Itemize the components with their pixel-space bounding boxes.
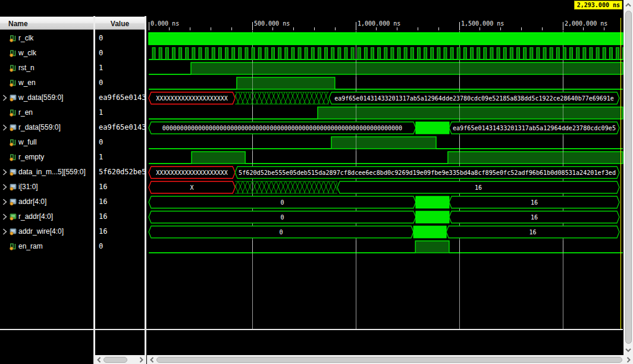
bottom-separator bbox=[0, 329, 623, 330]
wave-row-r_addr40[interactable]: 016 bbox=[149, 211, 619, 223]
chevron-left-icon bbox=[150, 357, 154, 363]
wave-row-addr40[interactable]: 016 bbox=[149, 196, 619, 208]
ruler-tick-label: 500.000 ns bbox=[254, 20, 290, 27]
ruler-tick-label: 0.000 ns bbox=[151, 20, 179, 27]
wave-row-rst_n[interactable] bbox=[149, 62, 623, 75]
cursor-time-label: 2,293.000 ns bbox=[577, 2, 620, 8]
ruler-tick-label: 2,000.000 ns bbox=[565, 20, 607, 27]
wave-row-w_data5590[interactable]: XXXXXXXXXXXXXXXXXXXXea9f65e0143143320131… bbox=[149, 92, 619, 104]
chevron-right-icon bbox=[139, 357, 143, 363]
value-horizontal-scrollbar[interactable] bbox=[95, 355, 145, 364]
vertical-scrollbar[interactable] bbox=[623, 0, 633, 355]
wave-scroll-right-button[interactable] bbox=[623, 355, 633, 364]
wave-row-i310[interactable]: X16 bbox=[149, 181, 619, 193]
wave-row-r_empty[interactable] bbox=[149, 151, 623, 164]
bus-value-label: 16 bbox=[529, 229, 537, 236]
bus-value-label: 0 bbox=[280, 199, 284, 206]
bus-value-label: ea9f65e01431433201317ab5a12964dde23780cd… bbox=[334, 95, 614, 102]
bus-value-label: 0000000000000000000000000000000000000000… bbox=[162, 125, 402, 131]
wave-row-en_ram[interactable] bbox=[149, 240, 623, 253]
wave-row-w_en[interactable] bbox=[149, 77, 623, 90]
bus-value-label: 5f620d52be555e05deb515da2897cf8dcee6ec8b… bbox=[239, 170, 616, 176]
bus-value-label: XXXXXXXXXXXXXXXXXXXX bbox=[156, 95, 227, 102]
wave-scroll-left-button[interactable] bbox=[147, 355, 156, 364]
chevron-down-icon bbox=[625, 348, 631, 352]
chevron-left-icon bbox=[97, 357, 101, 363]
ruler-tick-label: 1,500.000 ns bbox=[461, 20, 504, 27]
isim-wave-window: { "window": { "cursor_time_label": "2,29… bbox=[0, 0, 633, 364]
bus-value-label: X bbox=[190, 184, 194, 191]
cursor-time-readout: 2,293.000 ns bbox=[574, 1, 622, 10]
chevron-right-icon bbox=[626, 357, 631, 363]
value-scroll-right-button[interactable] bbox=[136, 355, 146, 364]
scroll-down-button[interactable] bbox=[623, 346, 633, 354]
ruler-tick-label: 1,000.000 ns bbox=[358, 20, 400, 27]
bus-value-label: 16 bbox=[531, 199, 538, 206]
wave-row-r_data5590[interactable]: 0000000000000000000000000000000000000000… bbox=[149, 122, 619, 134]
wave-row-r_clk[interactable] bbox=[149, 33, 623, 45]
bus-value-label: XXXXXXXXXXXXXXXXXXXX bbox=[156, 170, 227, 176]
bus-value-label: ea9f65e01431433201317ab5a12964dde23780cd… bbox=[453, 125, 616, 131]
waveform-canvas[interactable]: 0.000 ns500.000 ns1,000.000 ns1,500.000 … bbox=[0, 0, 633, 364]
bus-value-label: 16 bbox=[475, 184, 482, 191]
vertical-scrollbar-thumb[interactable] bbox=[625, 11, 632, 344]
wave-horizontal-scrollbar[interactable] bbox=[147, 355, 633, 364]
value-scroll-left-button[interactable] bbox=[94, 355, 104, 364]
wave-row-r_en[interactable] bbox=[149, 106, 623, 120]
wave-row-addr_wire40[interactable]: 016 bbox=[149, 226, 619, 238]
bus-value-label: 0 bbox=[280, 214, 284, 221]
bus-value-label: 16 bbox=[531, 214, 538, 221]
wave-row-data_in_m55590[interactable]: XXXXXXXXXXXXXXXXXXXX5f620d52be555e05deb5… bbox=[149, 167, 619, 178]
chevron-up-icon bbox=[625, 3, 631, 7]
wave-scrollbar-thumb[interactable] bbox=[156, 357, 622, 363]
wave-row-w_full[interactable] bbox=[149, 136, 623, 149]
wave-row-w_clk[interactable] bbox=[149, 48, 626, 59]
value-scrollbar-thumb[interactable] bbox=[104, 357, 127, 363]
scroll-up-button[interactable] bbox=[623, 1, 633, 10]
bus-value-label: 0 bbox=[280, 229, 283, 236]
timeline-ruler[interactable]: 0.000 ns500.000 ns1,000.000 ns1,500.000 … bbox=[149, 20, 607, 30]
